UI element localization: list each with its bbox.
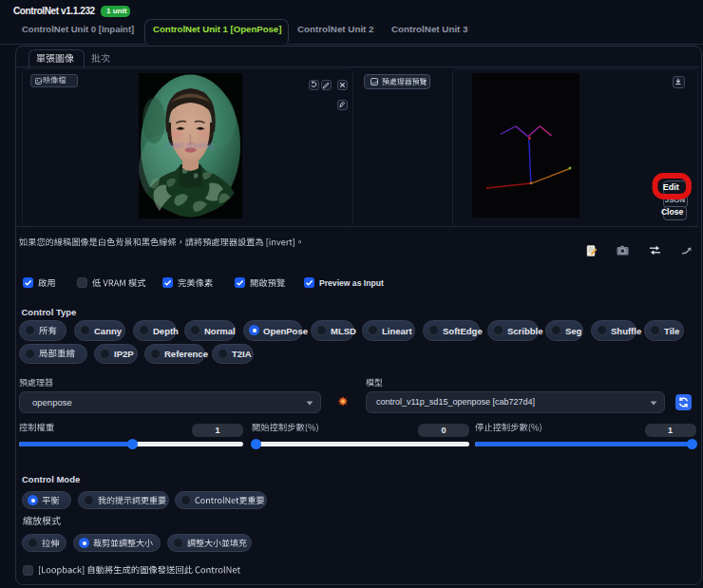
- svg-text:Start drawing: Start drawing: [166, 141, 215, 150]
